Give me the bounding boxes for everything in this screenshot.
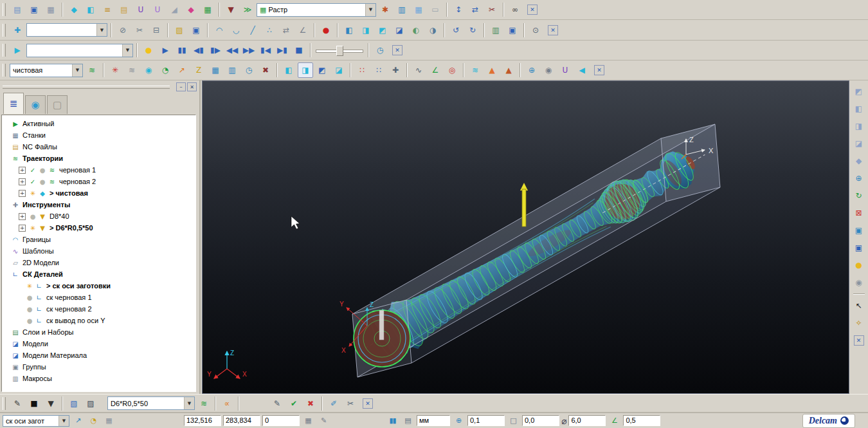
edit-coords-icon[interactable]: ✎ <box>317 414 330 427</box>
points-red-icon[interactable]: ∷ <box>354 62 370 78</box>
coordinate-x-field[interactable]: 132,516 <box>184 415 221 426</box>
coordinate-z-field[interactable]: 0 <box>262 415 300 426</box>
go-end-icon[interactable]: ▶▮ <box>275 42 290 58</box>
cursor-icon[interactable]: ↖ <box>851 298 867 313</box>
units-field[interactable]: мм <box>417 415 450 426</box>
stock-model-icon[interactable]: ◧ <box>83 2 98 17</box>
u-tool-icon[interactable]: U <box>557 62 573 78</box>
undo-icon[interactable]: ↺ <box>448 23 464 38</box>
tree-item[interactable]: ◪Модели <box>3 338 195 349</box>
panel-minimize-button[interactable]: – <box>176 82 186 91</box>
render-ball-icon[interactable]: ● <box>318 23 334 38</box>
view-tool-icon[interactable]: ◐ <box>408 23 424 38</box>
tab-explorer[interactable]: ≣ <box>3 93 24 114</box>
toolpath-levels-icon[interactable]: ≋ <box>84 62 100 78</box>
panel-close-button[interactable]: ✕ <box>187 82 197 91</box>
grid-icon[interactable]: ▦ <box>302 414 315 427</box>
arrow-ne-icon[interactable]: ↗ <box>174 62 190 78</box>
play-icon[interactable]: ▶ <box>158 42 173 58</box>
tree-item[interactable]: ∿Шаблоны <box>3 245 195 257</box>
toolbar-curve-close-icon[interactable]: ✕ <box>548 25 558 35</box>
swatch-arrow-icon[interactable]: ▼ <box>43 396 59 411</box>
thickness-field[interactable]: 0,0 <box>522 415 559 426</box>
ball-yellow-icon[interactable]: ● <box>851 257 867 273</box>
shade-1-icon[interactable]: ◧ <box>281 62 296 78</box>
simulate-toggle-icon[interactable]: ▶ <box>10 42 25 58</box>
tree-item[interactable]: ◠Границы <box>3 234 195 245</box>
calculator-icon[interactable]: ▦ <box>102 414 116 427</box>
chart-icon[interactable]: ▥ <box>394 2 410 17</box>
chevron-down-icon[interactable]: ▼ <box>96 24 107 36</box>
view-wire-icon[interactable]: ◨ <box>358 23 374 38</box>
sphere-icon[interactable]: ◉ <box>541 62 556 78</box>
trim-icon[interactable]: ✂ <box>132 23 147 38</box>
feed-hold-icon[interactable]: ▮▮ <box>386 414 399 427</box>
save-icon[interactable]: ▣ <box>26 2 42 17</box>
tree-item[interactable]: +●▼D8*40 <box>3 210 195 222</box>
brush-icon[interactable]: ✐ <box>326 396 341 411</box>
axes-toggle-icon[interactable]: ↗ <box>71 414 85 427</box>
strategy-combo[interactable]: ▦Растр▼ <box>257 3 376 17</box>
view-shaded-icon[interactable]: ◧ <box>341 23 357 38</box>
draw-color-icon[interactable]: ✎ <box>10 396 25 411</box>
save-2-icon[interactable]: ▣ <box>505 23 520 38</box>
view-both-icon[interactable]: ◩ <box>375 23 390 38</box>
print-icon[interactable]: ▤ <box>10 2 25 17</box>
tree-item[interactable]: ∟СК Деталей <box>3 268 195 280</box>
gem-icon[interactable]: ◆ <box>183 2 199 17</box>
view-top-icon[interactable]: ◧ <box>851 101 867 116</box>
points-icon[interactable]: ∴ <box>262 23 277 38</box>
circle-target-icon[interactable]: ◎ <box>444 62 460 78</box>
wizard-icon[interactable]: ✚ <box>10 23 25 38</box>
tree-item[interactable]: ✳∟> ск оси заготовки <box>3 280 195 292</box>
view-side-icon[interactable]: ◪ <box>851 136 867 151</box>
zoom-tool-icon[interactable]: ⊕ <box>524 62 539 78</box>
feed-rate-icon[interactable]: ≡ <box>100 2 115 17</box>
arc-1-icon[interactable]: ◠ <box>212 23 227 38</box>
tree-item[interactable]: ▤Слои и Наборы <box>3 326 195 338</box>
tab-disabled[interactable]: ▢ <box>47 95 68 114</box>
tree-item[interactable]: +✳◆> чистовая <box>3 187 195 199</box>
color-swatch-icon[interactable]: ■ <box>26 396 42 411</box>
stop-icon[interactable]: ■ <box>291 42 307 58</box>
ball-view-icon[interactable]: ◉ <box>141 62 156 78</box>
block-icon[interactable]: ◆ <box>66 2 82 17</box>
scissors-icon[interactable]: ✂ <box>343 396 358 411</box>
table-2-icon[interactable]: ▦ <box>411 2 426 17</box>
cone-1-icon[interactable]: ▲ <box>484 62 500 78</box>
waves-icon[interactable]: ≋ <box>124 62 140 78</box>
back-cyan-icon[interactable]: ◀ <box>574 62 590 78</box>
zoom-in-icon[interactable]: ⊕ <box>851 171 867 186</box>
save-curve-icon[interactable]: ▣ <box>188 23 204 38</box>
tree-item[interactable]: ▦Станки <box>3 129 195 141</box>
bottombar-close-icon[interactable]: ✕ <box>363 398 373 409</box>
split-icon[interactable]: ⊟ <box>149 23 164 38</box>
expand-icon[interactable]: ≫ <box>240 2 255 17</box>
line-icon[interactable]: ╱ <box>245 23 260 38</box>
curve-combo[interactable]: ▼ <box>26 23 107 37</box>
table-icon[interactable]: ▦ <box>200 2 215 17</box>
clock-2-icon[interactable]: ◷ <box>241 62 257 78</box>
view-min-icon[interactable]: ◪ <box>392 23 407 38</box>
grid-edit-2-icon[interactable]: ▨ <box>83 396 98 411</box>
clock-icon[interactable]: ◷ <box>372 42 388 58</box>
zoom-prev-icon[interactable]: ⊠ <box>851 205 867 221</box>
tree-item[interactable]: ▥Макросы <box>3 373 195 384</box>
fast-forward-icon[interactable]: ▶▶ <box>241 42 257 58</box>
refresh-icon[interactable]: ↻ <box>851 188 867 203</box>
globe-icon[interactable]: ◉ <box>851 275 867 290</box>
view-iso-icon[interactable]: ◩ <box>851 84 867 99</box>
shade-3-icon[interactable]: ◩ <box>314 62 330 78</box>
pie-icon[interactable]: ◔ <box>158 62 173 78</box>
plot-icon[interactable]: ▦ <box>43 2 59 17</box>
find-icon[interactable]: ∞ <box>507 2 523 17</box>
tree-item[interactable]: ▱2D Модели <box>3 257 195 268</box>
cut-icon[interactable]: ✂ <box>484 2 500 17</box>
tab-web[interactable]: ◉ <box>25 95 46 114</box>
measure-icon[interactable]: ∠ <box>295 23 311 38</box>
shade-2-icon[interactable]: ◨ <box>298 62 313 78</box>
tool-diameter-field[interactable]: 6,0 <box>568 415 606 426</box>
verify-fail-icon[interactable]: ✖ <box>303 396 318 411</box>
tree-item[interactable]: ◪Модели Материала <box>3 349 195 361</box>
tree-item[interactable]: ●∟ск вывод по оси Y <box>3 315 195 326</box>
